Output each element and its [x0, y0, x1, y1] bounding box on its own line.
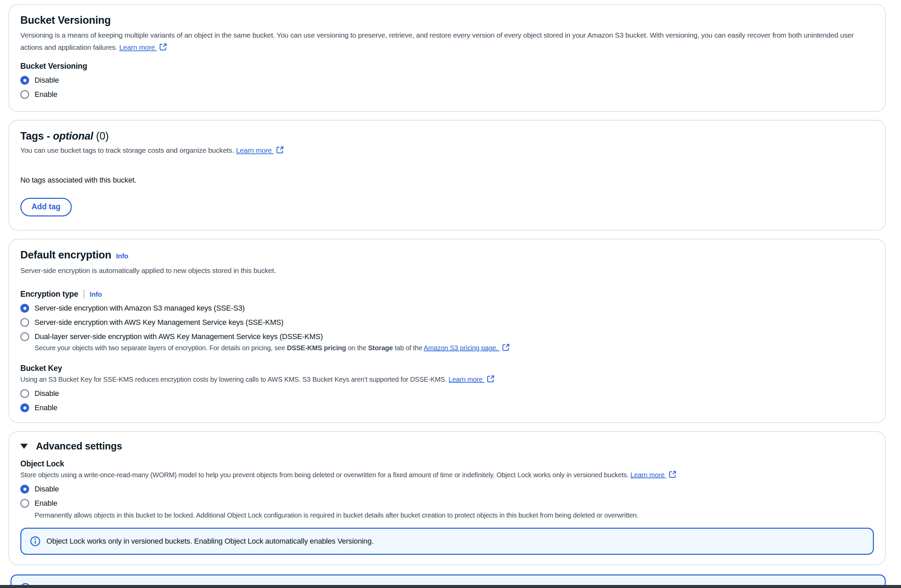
tags-title-optional: optional: [53, 130, 93, 142]
radio-encryption-dsse-kms[interactable]: Dual-layer server-side encryption with A…: [20, 332, 874, 342]
description-text: You can use bucket tags to track storage…: [20, 146, 234, 154]
radio-label: Dual-layer server-side encryption with A…: [34, 332, 323, 342]
radio-unselected-icon[interactable]: [20, 389, 29, 398]
radio-label: Server-side encryption with Amazon S3 ma…: [34, 303, 245, 313]
tags-empty-message: No tags associated with this bucket.: [20, 174, 874, 186]
tags-count: (0): [96, 130, 109, 142]
note-text: on the: [346, 344, 368, 352]
description-text: Store objects using a write-once-read-ma…: [20, 471, 629, 479]
default-encryption-card: Default encryption Info Server-side encr…: [8, 239, 886, 423]
learn-more-label: Learn more: [119, 44, 155, 51]
bucket-key-description: Using an S3 Bucket Key for SSE-KMS reduc…: [20, 374, 874, 384]
note-bold: DSSE-KMS pricing: [287, 344, 346, 352]
learn-more-link[interactable]: Learn more: [236, 146, 284, 154]
radio-encryption-sse-kms[interactable]: Server-side encryption with AWS Key Mana…: [20, 317, 874, 328]
radio-label: Disable: [34, 388, 59, 399]
alert-message: Object Lock works only in versioned buck…: [47, 536, 374, 546]
note-text: tab of the: [393, 344, 424, 352]
learn-more-label: Learn more: [449, 376, 482, 383]
radio-bucket-versioning-enable[interactable]: Enable: [20, 89, 874, 100]
radio-label: Enable: [34, 403, 57, 413]
pricing-page-link[interactable]: Amazon S3 pricing page.: [424, 344, 510, 352]
learn-more-link[interactable]: Learn more: [630, 471, 677, 479]
external-link-icon: [669, 471, 677, 478]
external-link-icon: [487, 375, 494, 383]
radio-label: Enable: [34, 89, 57, 100]
info-link[interactable]: Info: [116, 252, 128, 260]
radio-unselected-icon[interactable]: [20, 90, 29, 99]
advanced-settings-expander[interactable]: Advanced settings: [20, 441, 874, 452]
radio-unselected-icon[interactable]: [20, 318, 29, 327]
radio-unselected-icon[interactable]: [20, 499, 29, 508]
radio-selected-icon[interactable]: [20, 304, 29, 313]
object-lock-enable-note: Permanently allows objects in this bucke…: [34, 510, 641, 520]
default-encryption-description: Server-side encryption is automatically …: [20, 265, 874, 277]
bucket-versioning-description: Versioning is a means of keeping multipl…: [20, 29, 874, 53]
info-link[interactable]: Info: [90, 291, 102, 298]
add-tag-button[interactable]: Add tag: [20, 198, 72, 217]
caret-down-icon: [20, 444, 28, 449]
bucket-versioning-card: Bucket Versioning Versioning is a means …: [8, 4, 886, 112]
radio-bucket-key-disable[interactable]: Disable: [20, 388, 874, 399]
radio-unselected-icon[interactable]: [20, 332, 29, 341]
radio-label: Disable: [34, 484, 59, 494]
tags-card: Tags - optional (0) You can use bucket t…: [8, 120, 886, 231]
dsse-kms-note: Secure your objects with two separate la…: [34, 343, 874, 353]
default-encryption-title: Default encryption: [20, 248, 111, 262]
radio-selected-icon[interactable]: [20, 485, 29, 493]
description-text: Using an S3 Bucket Key for SSE-KMS reduc…: [20, 376, 447, 383]
external-link-icon: [159, 43, 167, 51]
learn-more-link[interactable]: Learn more: [119, 44, 167, 51]
pricing-page-label: Amazon S3 pricing page.: [424, 344, 498, 352]
radio-encryption-sse-s3[interactable]: Server-side encryption with Amazon S3 ma…: [20, 303, 874, 313]
bucket-versioning-title: Bucket Versioning: [20, 14, 874, 27]
window-bottom-edge: [0, 585, 901, 588]
learn-more-label: Learn more: [630, 471, 664, 479]
external-link-icon: [276, 146, 284, 154]
bucket-versioning-field-label: Bucket Versioning: [20, 61, 874, 71]
object-lock-info-alert: Object Lock works only in versioned buck…: [20, 528, 874, 555]
radio-selected-icon[interactable]: [20, 403, 29, 412]
radio-object-lock-disable[interactable]: Disable: [20, 484, 874, 494]
bucket-create-settings-page: Bucket Versioning Versioning is a means …: [0, 0, 901, 588]
radio-selected-icon[interactable]: [20, 76, 29, 85]
tags-title: Tags - optional (0): [20, 129, 109, 143]
radio-label: Server-side encryption with AWS Key Mana…: [34, 317, 284, 328]
radio-label: Enable: [34, 498, 57, 508]
info-icon: [30, 536, 40, 546]
label-divider: [84, 290, 84, 299]
radio-bucket-versioning-disable[interactable]: Disable: [20, 75, 874, 85]
advanced-settings-title: Advanced settings: [36, 441, 122, 452]
advanced-settings-card: Advanced settings Object Lock Store obje…: [8, 431, 886, 565]
learn-more-link[interactable]: Learn more: [449, 376, 494, 383]
radio-object-lock-enable[interactable]: Enable: [20, 498, 874, 508]
external-link-icon: [502, 343, 510, 351]
radio-label: Disable: [34, 75, 59, 85]
note-bold: Storage: [368, 344, 393, 352]
radio-bucket-key-enable[interactable]: Enable: [20, 403, 874, 413]
object-lock-description: Store objects using a write-once-read-ma…: [20, 470, 874, 480]
tags-title-prefix: Tags -: [20, 130, 50, 142]
encryption-type-label-row: Encryption typeInfo: [20, 289, 874, 299]
tags-description: You can use bucket tags to track storage…: [20, 144, 874, 156]
note-text: Secure your objects with two separate la…: [34, 344, 287, 352]
learn-more-label: Learn more: [236, 146, 272, 154]
object-lock-label: Object Lock: [20, 459, 874, 469]
encryption-type-label: Encryption type: [20, 290, 78, 298]
bucket-key-label: Bucket Key: [20, 363, 874, 373]
